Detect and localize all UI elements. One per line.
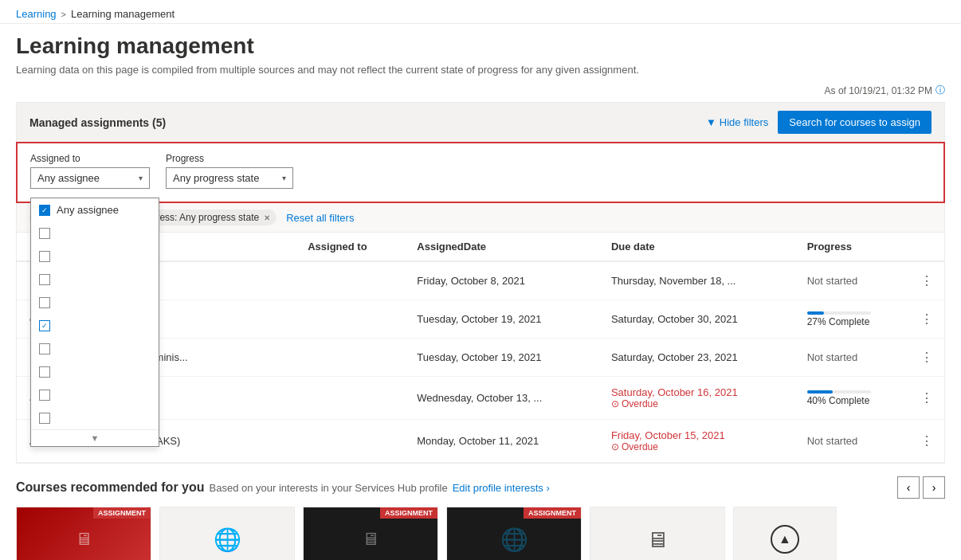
courses-section: Courses recommended for you Based on you… (0, 464, 961, 560)
assignee-dropdown: ✓ Any assignee ✓ (30, 198, 159, 447)
tag-progress-close-icon[interactable]: ✕ (264, 213, 270, 222)
row2-assigned-date: Tuesday, October 19, 2021 (404, 300, 598, 339)
row3-assigned-date: Tuesday, October 19, 2021 (404, 339, 598, 377)
row1-progress: Not started (794, 261, 909, 300)
row2-due-date: Saturday, October 30, 2021 (598, 300, 794, 339)
row3-more[interactable]: ⋮ (909, 339, 944, 377)
col-progress[interactable]: Progress (794, 233, 909, 261)
row5-progress: Not started (794, 420, 909, 463)
checkbox-4 (39, 297, 50, 308)
globe-icon-4: 🌐 (500, 527, 528, 553)
course-card-5-thumb: 🖥 (590, 507, 724, 560)
info-icon[interactable]: ⓘ (936, 84, 945, 97)
checkbox-9 (39, 413, 50, 424)
progress-bar-fill (807, 311, 825, 315)
assignment-badge-1: ASSIGNMENT (93, 507, 151, 519)
row1-more-button[interactable]: ⋮ (916, 272, 938, 290)
page-subtitle: Learning data on this page is compiled f… (16, 64, 945, 76)
dropdown-item-1[interactable] (31, 221, 159, 245)
row2-more[interactable]: ⋮ (909, 300, 944, 339)
courses-nav: ‹ › (897, 476, 945, 499)
checkbox-2 (39, 251, 50, 262)
progress-bar-container: 27% Complete (807, 311, 896, 327)
row5-due-date: Friday, October 15, 2021 ⊙ Overdue (598, 420, 794, 463)
row5-assigned-to (295, 420, 404, 463)
monitor-icon-1: 🖥 (75, 529, 92, 550)
assigned-to-value: Any assignee (37, 172, 100, 184)
course-card-3-thumb: ASSIGNMENT 🖥 (304, 507, 437, 560)
row5-assigned-date: Monday, October 11, 2021 (404, 420, 598, 463)
row4-more-button[interactable]: ⋮ (916, 389, 938, 407)
course-card-1[interactable]: ASSIGNMENT 🖥 ON-DEMAND VIDEOS (16, 507, 151, 560)
courses-header: Courses recommended for you Based on you… (16, 476, 945, 499)
course-card-3[interactable]: ASSIGNMENT 🖥 ON-DEMAND VIDEOS (303, 507, 438, 560)
row2-more-button[interactable]: ⋮ (916, 310, 938, 328)
row4-assigned-to (295, 377, 404, 420)
dropdown-item-3[interactable] (31, 268, 159, 291)
dropdown-item-5[interactable]: ✓ (31, 314, 159, 337)
progress-select[interactable]: Any progress state ▾ (166, 167, 293, 189)
col-actions (909, 233, 944, 261)
course-card-6[interactable]: ▲ ON-DEMAND VIDE (733, 507, 837, 560)
page-title: Learning management (16, 33, 945, 59)
row2-progress: 27% Complete (794, 300, 909, 339)
row3-more-button[interactable]: ⋮ (916, 348, 938, 366)
courses-prev-button[interactable]: ‹ (897, 476, 920, 499)
main-content: As of 10/19/21, 01:32 PM ⓘ Managed assig… (0, 84, 961, 464)
row5-more-button[interactable]: ⋮ (916, 432, 938, 450)
overdue-date-text: Friday, October 15, 2021 (611, 429, 782, 441)
col-due-date[interactable]: Due date (598, 233, 794, 261)
progress-filter: Progress Any progress state ▾ (166, 153, 293, 189)
dropdown-scroll-indicator: ▼ (31, 429, 159, 446)
course-card-1-thumb: ASSIGNMENT 🖥 (17, 507, 151, 560)
progress-bar-fill (807, 390, 833, 394)
assigned-to-filter: Assigned to Any assignee ▾ (30, 153, 150, 189)
dropdown-item-4[interactable] (31, 291, 159, 314)
reset-all-filters-link[interactable]: Reset all filters (286, 212, 354, 224)
course-card-2-thumb: 🌐 (160, 507, 294, 560)
courses-subtitle: Based on your interests in your Services… (210, 482, 448, 494)
checkbox-8 (39, 390, 50, 401)
checkbox-1 (39, 228, 50, 239)
section-header: Managed assignments (5) ▼ Hide filters S… (16, 102, 945, 142)
assigned-to-select[interactable]: Any assignee ▾ (30, 167, 150, 189)
col-assigned-to[interactable]: Assigned to (295, 233, 404, 261)
dropdown-item-7[interactable] (31, 360, 159, 383)
row1-due-date: Thursday, November 18, ... (598, 261, 794, 300)
breadcrumb: Learning > Learning management (0, 0, 961, 24)
overdue-date-container: Saturday, October 16, 2021 ⊙ Overdue (611, 386, 782, 409)
checkbox-6 (39, 343, 50, 354)
col-assigned-date[interactable]: AssignedDate (404, 233, 598, 261)
assigned-to-label: Assigned to (30, 153, 150, 164)
breadcrumb-current: Learning management (71, 8, 175, 20)
progress-bar-track (807, 390, 871, 394)
checkbox-3 (39, 274, 50, 285)
course-card-4[interactable]: ASSIGNMENT 🌐 ON-DEMAND VIDEOS (446, 507, 582, 560)
courses-next-button[interactable]: › (923, 476, 945, 499)
filter-row: Assigned to Any assignee ▾ Progress Any … (30, 153, 931, 189)
course-card-5[interactable]: 🖥 ON-DEMAND VIDEOS (590, 507, 725, 560)
row4-progress: 40% Complete (794, 377, 909, 420)
dropdown-item-any-assignee[interactable]: ✓ Any assignee (31, 198, 159, 221)
checkbox-any-assignee: ✓ (39, 205, 50, 216)
row1-more[interactable]: ⋮ (909, 261, 944, 300)
row1-assigned-to (295, 261, 404, 300)
hide-filters-button[interactable]: ▼ Hide filters (706, 116, 768, 128)
course-card-4-thumb: ASSIGNMENT 🌐 (447, 507, 581, 560)
row4-more[interactable]: ⋮ (909, 377, 944, 420)
course-card-2[interactable]: 🌐 ON-DEMAND VIDEOS (159, 507, 295, 560)
breadcrumb-learning-link[interactable]: Learning (16, 8, 57, 20)
dropdown-item-2[interactable] (31, 245, 159, 268)
search-courses-button[interactable]: Search for courses to assign (778, 111, 932, 134)
courses-title: Courses recommended for you (16, 480, 205, 495)
progress-text: 27% Complete (807, 316, 896, 327)
dropdown-item-6[interactable] (31, 337, 159, 360)
overdue-label: ⊙ Overdue (611, 441, 782, 452)
dropdown-item-9[interactable] (31, 406, 159, 429)
row5-more[interactable]: ⋮ (909, 420, 944, 463)
overdue-circle-icon: ⊙ (611, 441, 619, 452)
dropdown-item-8[interactable] (31, 383, 159, 406)
section-title: Managed assignments (5) (29, 116, 166, 129)
edit-profile-interests-link[interactable]: Edit profile interests › (453, 482, 550, 494)
breadcrumb-separator: > (61, 10, 66, 19)
